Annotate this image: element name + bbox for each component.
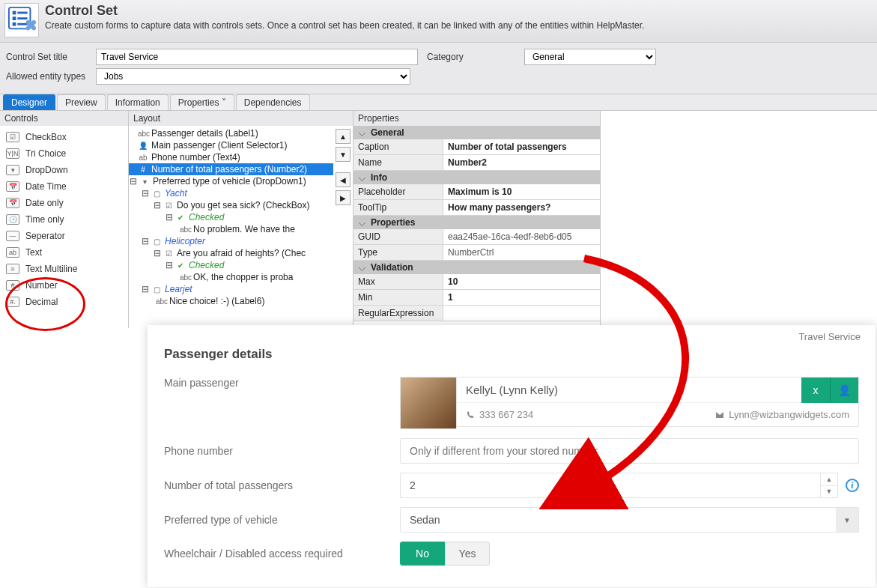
stepper-down-button[interactable]: ▼ (821, 486, 837, 498)
control-label: Decimal (25, 297, 58, 307)
prop-section-props[interactable]: Properties (353, 216, 600, 229)
clear-contact-button[interactable]: x (801, 378, 830, 403)
phone-icon (466, 410, 475, 419)
prop-section-general[interactable]: General (353, 126, 600, 139)
control-dropdown[interactable]: ▾DropDown (3, 162, 125, 178)
tree-node[interactable]: ⊟☑Are you afraid of heights? (Chec (129, 247, 333, 259)
contact-email: Lynn@wizbangwidgets.com (729, 409, 849, 420)
svg-rect-1 (13, 11, 16, 15)
person-icon: 👤 (838, 384, 851, 396)
prop-min-label: Min (353, 290, 443, 305)
tree-node[interactable]: abPhone number (Text4) (129, 151, 333, 163)
app-header: Control Set Create custom forms to captu… (0, 0, 877, 43)
control-number[interactable]: #Number (3, 277, 125, 294)
tree-label: OK, the chopper is proba (193, 272, 293, 282)
date-icon: 📅 (6, 198, 19, 208)
tree-node[interactable]: abcNice choice! :-) (Label6) (129, 295, 333, 307)
tree-label: Checked (189, 212, 224, 222)
form-service-name: Travel Service (148, 325, 876, 342)
tree-node[interactable]: ⊟▾Preferred type of vehicle (DropDown1) (129, 175, 333, 187)
tree-node[interactable]: ⊟▢Helicopter (129, 235, 333, 247)
dropdown-icon: ▾ (6, 165, 19, 175)
entity-types-label: Allowed entity types (6, 71, 96, 82)
prop-caption-value[interactable]: Number of total passengers (443, 139, 600, 154)
tree-node-selected[interactable]: #Number of total passengers (Number2) (129, 163, 333, 175)
prop-section-validation[interactable]: Validation (353, 261, 600, 274)
move-up-button[interactable]: ▲ (336, 129, 351, 144)
dropdown-icon: ▾ (139, 178, 150, 186)
control-label: Text Multiline (25, 264, 77, 274)
info-icon[interactable]: i (846, 479, 859, 492)
control-trichoice[interactable]: Y|NTri Choice (3, 145, 125, 162)
prop-regex-label: RegularExpression (353, 306, 443, 321)
svg-rect-5 (13, 22, 16, 26)
tree-node[interactable]: abcOK, the chopper is proba (129, 271, 333, 283)
chevron-down-icon[interactable]: ▼ (836, 508, 858, 532)
prop-regex-value[interactable] (443, 306, 600, 321)
trichoice-icon: Y|N (6, 148, 19, 159)
svg-rect-6 (17, 23, 27, 25)
toggle-yes-button[interactable]: Yes (445, 542, 490, 566)
num-passengers-input[interactable] (400, 473, 820, 498)
vehicle-select[interactable]: Sedan (401, 508, 836, 532)
clock-icon: 🕓 (6, 214, 19, 225)
entity-types-select[interactable]: Jobs (96, 68, 410, 85)
prop-name-value[interactable]: Number2 (443, 155, 600, 170)
move-right-button[interactable]: ▶ (336, 190, 351, 205)
tree-node[interactable]: abcNo problem. We have the (129, 223, 333, 235)
tree-label: Main passenger (Client Selector1) (151, 140, 287, 151)
control-text[interactable]: abText (3, 244, 125, 261)
tree-node[interactable]: ⊟▢Yacht (129, 187, 333, 199)
checked-icon: ✔ (175, 213, 186, 222)
move-left-button[interactable]: ◀ (336, 172, 351, 187)
tab-dependencies[interactable]: Dependencies (236, 94, 310, 110)
control-timeonly[interactable]: 🕓Time only (3, 211, 125, 228)
control-label: CheckBox (25, 132, 67, 142)
prop-placeholder-label: Placeholder (353, 184, 443, 199)
controlset-title-input[interactable] (96, 49, 418, 65)
stepper-up-button[interactable]: ▲ (821, 473, 837, 486)
toggle-no-button[interactable]: No (400, 542, 445, 566)
main-passenger-label: Main passenger (164, 377, 400, 389)
tab-properties[interactable]: Properties ˅ (170, 94, 234, 110)
control-label: Number (25, 280, 58, 291)
category-select[interactable]: General (524, 49, 656, 65)
move-down-button[interactable]: ▼ (336, 147, 351, 162)
prop-min-value[interactable]: 1 (443, 290, 600, 305)
prop-section-info[interactable]: Info (353, 171, 600, 184)
properties-panel: General CaptionNumber of total passenger… (353, 126, 601, 328)
tree-node[interactable]: ⊟✔Checked (129, 259, 333, 271)
control-checkbox[interactable]: ☑CheckBox (3, 129, 125, 145)
select-contact-button[interactable]: 👤 (830, 378, 858, 403)
label-icon: abc (180, 225, 190, 234)
tree-node[interactable]: ⊟▢Learjet (129, 283, 333, 295)
control-multiline[interactable]: ≡Text Multiline (3, 261, 125, 277)
tree-node[interactable]: ⊟☑Do you get sea sick? (CheckBox) (129, 199, 333, 211)
checked-icon: ✔ (175, 261, 186, 270)
tree-label: Are you afraid of heights? (Chec (177, 248, 306, 258)
number-icon: # (138, 166, 148, 174)
control-datetime[interactable]: 📅Date Time (3, 178, 125, 195)
tab-information[interactable]: Information (107, 94, 169, 110)
prop-tooltip-value[interactable]: How many passengers? (443, 200, 600, 215)
prop-max-label: Max (353, 274, 443, 289)
tree-node[interactable]: ⊟✔Checked (129, 211, 333, 223)
control-label: Date only (25, 198, 64, 208)
tree-node[interactable]: 👤Main passenger (Client Selector1) (129, 139, 333, 151)
control-label: DropDown (25, 165, 68, 175)
phone-number-input[interactable] (400, 438, 859, 464)
checkbox-icon: ☑ (163, 249, 174, 258)
tab-designer[interactable]: Designer (3, 94, 55, 110)
prop-type-value: NumberCtrl (443, 245, 600, 260)
control-dateonly[interactable]: 📅Date only (3, 195, 125, 211)
control-seperator[interactable]: —Seperator (3, 228, 125, 244)
prop-placeholder-value[interactable]: Maximum is 10 (443, 184, 600, 199)
prop-max-value[interactable]: 10 (443, 274, 600, 289)
prop-guid-label: GUID (353, 229, 443, 244)
label-icon: abc (180, 273, 190, 282)
control-decimal[interactable]: #.Decimal (3, 294, 125, 310)
form-preview: Travel Service Passenger details Main pa… (148, 325, 876, 587)
tab-preview[interactable]: Preview (57, 94, 106, 110)
tree-node[interactable]: abcPassenger details (Label1) (129, 127, 333, 139)
text-icon: ab (138, 154, 148, 162)
